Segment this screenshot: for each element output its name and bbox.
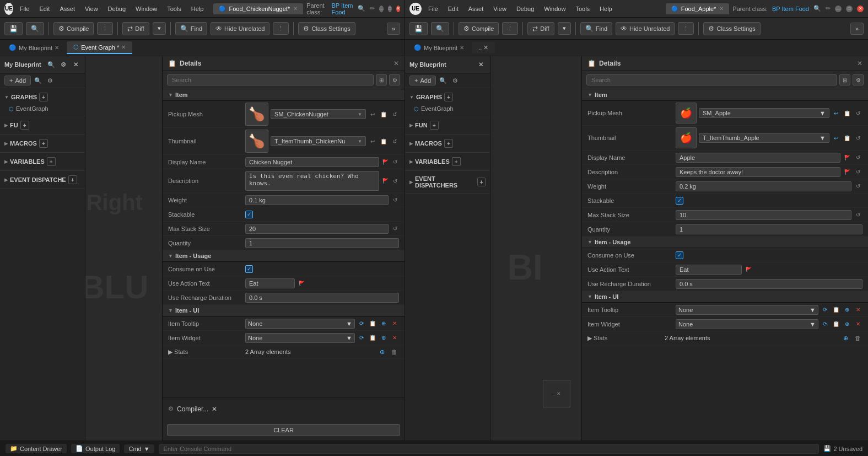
left-sidebar-search[interactable]: 🔍	[46, 60, 56, 69]
right-search-parent[interactable]: 🔍	[813, 5, 821, 12]
right-sidebar-search[interactable]: 🔍	[438, 76, 448, 85]
right-recharge-input[interactable]	[676, 279, 862, 289]
left-thumbnail-reset2[interactable]: ↺	[390, 137, 399, 146]
left-macros-add[interactable]: +	[39, 139, 48, 148]
right-variables-header[interactable]: ▶ VARIABLES +	[405, 155, 490, 168]
left-consume-checkbox[interactable]: ✓	[245, 265, 253, 273]
output-log-btn[interactable]: 📄 Output Log	[71, 444, 120, 453]
left-description-reset[interactable]: ↺	[391, 176, 399, 185]
left-browse-btn[interactable]: 🔍	[26, 22, 44, 35]
right-max-stack-size-input[interactable]	[676, 210, 851, 220]
left-fu-header[interactable]: ▶ FU +	[0, 119, 85, 132]
left-details-close[interactable]: ✕	[393, 60, 399, 67]
left-compile-btn[interactable]: ⚙ Compile	[53, 22, 94, 35]
left-add-btn[interactable]: + Add	[4, 76, 31, 85]
right-thumbnail-reset[interactable]: ↺	[854, 133, 862, 142]
right-menu-edit[interactable]: Edit	[445, 4, 462, 13]
right-sidebar-eventgraph[interactable]: ⬡ EventGraph	[405, 104, 490, 114]
left-class-settings-btn[interactable]: ⚙ Class Settings	[298, 22, 355, 35]
right-tab-close[interactable]: ✕	[719, 6, 724, 12]
right-pickup-mesh-dropdown[interactable]: SM_Apple ▼	[699, 108, 829, 118]
right-thumbnail-copy[interactable]: 📋	[843, 133, 851, 142]
left-thumbnail-copy[interactable]: 📋	[379, 137, 388, 146]
left-details-search[interactable]	[167, 74, 374, 85]
left-widget-go[interactable]: ⟳	[357, 334, 366, 342]
right-description-reset[interactable]: ↺	[854, 168, 862, 176]
right-stats-expand[interactable]: ▶ Stats	[587, 335, 665, 342]
right-graphs-add[interactable]: +	[444, 93, 453, 101]
left-macros-header[interactable]: ▶ MACROS +	[0, 137, 85, 150]
left-variables-add[interactable]: +	[47, 157, 56, 166]
right-dispatchers-add[interactable]: +	[477, 178, 486, 186]
right-thumbnail-go[interactable]: ↩	[832, 133, 840, 142]
right-panel-tab-myblueprint[interactable]: 🔵 My Blueprint ✕	[407, 42, 471, 53]
left-graphs-add[interactable]: +	[39, 93, 48, 101]
right-parent-class-link[interactable]: BP Item Food	[772, 6, 809, 12]
right-details-search[interactable]	[586, 74, 837, 85]
right-add-btn[interactable]: + Add	[409, 76, 436, 85]
content-drawer-btn[interactable]: 📁 Content Drawer	[6, 444, 67, 453]
left-display-name-input[interactable]	[245, 157, 379, 167]
left-item-ui-header[interactable]: ▼ Item - UI	[163, 305, 405, 316]
right-menu-file[interactable]: File	[425, 4, 441, 13]
menu-tools[interactable]: Tools	[164, 4, 185, 13]
right-action-text-input[interactable]	[676, 265, 742, 275]
right-item-usage-header[interactable]: ▼ Item - Usage	[582, 237, 868, 248]
left-edit-parent[interactable]: ✏	[370, 5, 375, 12]
left-pickup-mesh-reset1[interactable]: ↩	[368, 110, 377, 119]
left-mybp-close[interactable]: ✕	[55, 45, 59, 51]
left-search-parent[interactable]: 🔍	[358, 5, 365, 12]
left-stats-add[interactable]: ⊕	[377, 347, 387, 357]
right-hide-unrelated-btn[interactable]: 👁 Hide Unrelated	[616, 22, 675, 35]
right-class-settings-btn[interactable]: ⚙ Class Settings	[703, 22, 760, 35]
right-compile-btn[interactable]: ⚙ Compile	[459, 22, 499, 35]
left-pickup-mesh-copy[interactable]: 📋	[379, 110, 388, 119]
left-graphs-header[interactable]: ▼ GRAPHS +	[0, 90, 85, 104]
right-more-compile[interactable]: ⋮	[502, 22, 518, 35]
right-win-minimize[interactable]: —	[835, 6, 842, 12]
right-diff-btn[interactable]: ⇄ Diff	[527, 22, 554, 35]
left-details-grid-view[interactable]: ⊞	[376, 74, 387, 85]
left-eg-close[interactable]: ✕	[121, 44, 126, 50]
menu-help[interactable]: Help	[188, 4, 207, 13]
left-sidebar-close[interactable]: ✕	[71, 60, 80, 69]
left-more-diff[interactable]: ▾	[153, 22, 166, 35]
left-weight-reset[interactable]: ↺	[391, 196, 399, 205]
right-display-name-input[interactable]	[676, 153, 840, 163]
left-dispatchers-add[interactable]: +	[68, 175, 77, 184]
right-consume-checkbox[interactable]: ✓	[676, 251, 683, 259]
right-win-close[interactable]: ✕	[857, 6, 864, 12]
left-details-settings[interactable]: ⚙	[389, 74, 400, 85]
menu-asset[interactable]: Asset	[56, 4, 78, 13]
right-dispatchers-header[interactable]: ▶ EVENT DISPATCHERS +	[405, 173, 490, 191]
right-quantity-input[interactable]	[676, 224, 862, 234]
left-sidebar-settings2[interactable]: ⚙	[45, 76, 55, 85]
left-item-usage-header[interactable]: ▼ Item - Usage	[163, 250, 405, 262]
left-details-scroll[interactable]: ▼ Item Pickup Mesh 🍗 SM_ChickenNugget	[163, 89, 405, 398]
left-widget-remove[interactable]: ✕	[390, 334, 399, 342]
right-save-btn[interactable]: 💾	[409, 22, 428, 35]
right-details-scroll[interactable]: ▼ Item Pickup Mesh 🍎 SM_Apple ▼ ↩	[582, 89, 868, 441]
right-item-section-header[interactable]: ▼ Item	[582, 89, 868, 101]
left-parent-class-link[interactable]: BP Item Food	[332, 2, 353, 15]
right-find-btn[interactable]: 🔍 Find	[580, 22, 612, 35]
right-panel-graph[interactable]: .. ✕	[472, 42, 495, 53]
right-display-name-flag[interactable]: 🚩	[843, 153, 851, 162]
left-sidebar-settings[interactable]: ⚙	[58, 60, 68, 69]
left-sidebar-search2[interactable]: 🔍	[33, 76, 43, 85]
right-details-grid-view[interactable]: ⊞	[839, 74, 850, 85]
right-item-ui-header[interactable]: ▼ Item - UI	[582, 291, 868, 303]
right-variables-add[interactable]: +	[452, 157, 461, 166]
left-display-name-reset[interactable]: ↺	[391, 158, 399, 167]
right-tab-food-apple[interactable]: 🔵 Food_Apple* ✕	[666, 3, 730, 14]
left-stats-delete[interactable]: 🗑	[389, 347, 399, 357]
menu-view[interactable]: View	[82, 4, 101, 13]
right-mybp-close[interactable]: ✕	[460, 45, 464, 51]
right-tooltip-copy[interactable]: 📋	[832, 305, 840, 314]
left-tab-close[interactable]: ✕	[293, 6, 298, 12]
right-stats-add[interactable]: ⊕	[840, 333, 850, 343]
right-browse-btn[interactable]: 🔍	[431, 22, 449, 35]
left-variables-header[interactable]: ▶ VARIABLES +	[0, 155, 85, 168]
menu-debug[interactable]: Debug	[105, 4, 129, 13]
left-stats-expand[interactable]: ▶ Stats	[168, 348, 245, 356]
